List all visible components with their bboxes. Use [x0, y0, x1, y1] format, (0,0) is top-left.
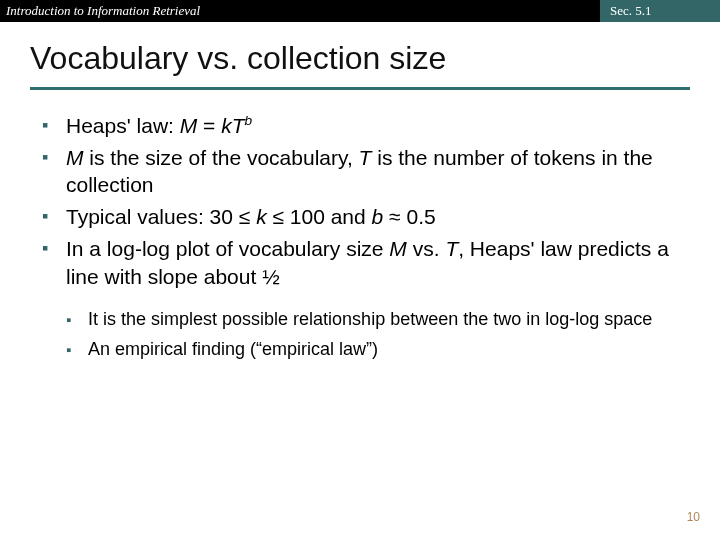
- text: is the size of the vocabulary,: [84, 146, 359, 169]
- top-bar: Introduction to Information Retrieval Se…: [0, 0, 720, 22]
- bullet-list: Heaps' law: M = kTb M is the size of the…: [42, 112, 678, 290]
- page-number: 10: [687, 510, 700, 524]
- text: vs.: [407, 237, 446, 260]
- slide-title: Vocabulary vs. collection size: [30, 40, 690, 77]
- bullet-item: Typical values: 30 ≤ k ≤ 100 and b ≈ 0.5: [42, 203, 678, 231]
- var-k: k: [256, 205, 267, 228]
- text: =: [197, 114, 221, 137]
- slide: Introduction to Information Retrieval Se…: [0, 0, 720, 540]
- var-k: k: [221, 114, 232, 137]
- course-title: Introduction to Information Retrieval: [0, 0, 600, 22]
- var-b: b: [372, 205, 384, 228]
- text: ≤ 100 and: [267, 205, 372, 228]
- var-t: T: [359, 146, 372, 169]
- var-t: T: [445, 237, 458, 260]
- sub-bullet-list: It is the simplest possible relationship…: [42, 308, 678, 362]
- bullet-item: In a log-log plot of vocabulary size M v…: [42, 235, 678, 290]
- title-area: Vocabulary vs. collection size: [0, 22, 720, 83]
- sub-bullet-item: An empirical finding (“empirical law”): [66, 338, 678, 362]
- var-b-sup: b: [245, 113, 253, 128]
- text: ≈ 0.5: [383, 205, 435, 228]
- var-t: T: [232, 114, 245, 137]
- text: Heaps' law:: [66, 114, 180, 137]
- text: In a log-log plot of vocabulary size: [66, 237, 389, 260]
- content-area: Heaps' law: M = kTb M is the size of the…: [0, 90, 720, 362]
- bullet-item: M is the size of the vocabulary, T is th…: [42, 144, 678, 199]
- var-m: M: [180, 114, 198, 137]
- var-m: M: [389, 237, 407, 260]
- sub-bullet-item: It is the simplest possible relationship…: [66, 308, 678, 332]
- var-m: M: [66, 146, 84, 169]
- text: Typical values: 30 ≤: [66, 205, 256, 228]
- section-label: Sec. 5.1: [600, 0, 720, 22]
- bullet-item: Heaps' law: M = kTb: [42, 112, 678, 140]
